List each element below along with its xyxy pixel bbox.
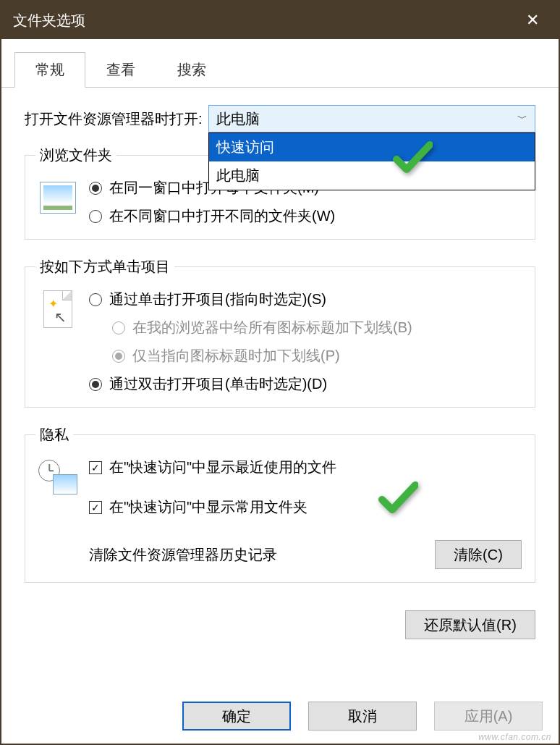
radio-underline-point: 仅当指向图标标题时加下划线(P) (112, 346, 522, 366)
privacy-group: 隐私 在"快速访问"中显示最近使用的文件 在"快速访问"中显示常用文件夹 清 (25, 425, 535, 583)
radio-own-window[interactable]: 在不同窗口中打开不同的文件夹(W) (89, 206, 522, 226)
browse-folders-icon (38, 178, 77, 217)
close-icon[interactable]: ✕ (518, 11, 547, 30)
titlebar: 文件夹选项 ✕ (1, 1, 559, 39)
privacy-legend: 隐私 (35, 425, 73, 445)
radio-own-window-label: 在不同窗口中打开不同的文件夹(W) (109, 206, 335, 226)
dialog-footer: 确定 取消 应用(A) (1, 690, 559, 744)
apply-button: 应用(A) (434, 702, 543, 731)
click-items-legend: 按如下方式单击项目 (35, 257, 174, 277)
open-with-combo[interactable]: 此电脑 ﹀ 快速访问 此电脑 (208, 105, 535, 132)
check-recent-files[interactable]: 在"快速访问"中显示最近使用的文件 (89, 458, 522, 477)
radio-icon (89, 378, 102, 391)
combo-option-quick-access[interactable]: 快速访问 (209, 133, 535, 161)
tab-search[interactable]: 搜索 (156, 52, 227, 88)
click-items-group: 按如下方式单击项目 ✦↖ 通过单击打开项目(指向时选定)(S) 在我的浏览器中给… (25, 257, 535, 408)
checkbox-icon (89, 501, 102, 514)
radio-icon (89, 182, 102, 195)
check-freq-folders[interactable]: 在"快速访问"中显示常用文件夹 (89, 497, 522, 517)
check-freq-folders-label: 在"快速访问"中显示常用文件夹 (109, 497, 307, 517)
combo-dropdown: 快速访问 此电脑 (208, 132, 535, 190)
open-with-row: 打开文件资源管理器时打开: 此电脑 ﹀ 快速访问 此电脑 (25, 105, 535, 132)
tab-view[interactable]: 查看 (85, 52, 156, 88)
window-title: 文件夹选项 (13, 11, 518, 30)
combo-selected[interactable]: 此电脑 ﹀ (208, 105, 535, 132)
folder-options-window: 文件夹选项 ✕ 常规 查看 搜索 打开文件资源管理器时打开: 此电脑 ﹀ 快速访… (0, 0, 560, 745)
clear-button[interactable]: 清除(C) (435, 540, 522, 569)
radio-underline-point-label: 仅当指向图标标题时加下划线(P) (132, 346, 340, 366)
browse-folders-legend: 浏览文件夹 (35, 146, 116, 165)
check-recent-files-label: 在"快速访问"中显示最近使用的文件 (109, 458, 336, 477)
ok-button[interactable]: 确定 (182, 702, 291, 731)
clear-history-label: 清除文件资源管理器历史记录 (89, 545, 277, 565)
cancel-button[interactable]: 取消 (308, 702, 417, 731)
combo-selected-text: 此电脑 (216, 109, 260, 129)
radio-icon (112, 350, 125, 363)
radio-icon (89, 210, 102, 223)
watermark: www.cfan.com.cn (478, 732, 551, 742)
open-with-label: 打开文件资源管理器时打开: (25, 109, 203, 129)
radio-double-click-label: 通过双击打开项目(单击时选定)(D) (109, 374, 327, 394)
radio-single-click[interactable]: 通过单击打开项目(指向时选定)(S) (89, 290, 522, 309)
privacy-icon (38, 458, 77, 497)
tab-strip: 常规 查看 搜索 (1, 39, 559, 88)
radio-icon (112, 321, 125, 334)
radio-icon (89, 293, 102, 306)
tab-content: 打开文件资源管理器时打开: 此电脑 ﹀ 快速访问 此电脑 浏览文件夹 (1, 88, 559, 607)
radio-double-click[interactable]: 通过双击打开项目(单击时选定)(D) (89, 374, 522, 394)
checkbox-icon (89, 461, 102, 474)
radio-underline-all: 在我的浏览器中给所有图标标题加下划线(B) (112, 318, 522, 337)
tab-general[interactable]: 常规 (14, 52, 85, 88)
restore-defaults-button[interactable]: 还原默认值(R) (405, 610, 535, 639)
combo-option-this-pc[interactable]: 此电脑 (209, 161, 535, 190)
chevron-down-icon: ﹀ (517, 112, 527, 125)
radio-underline-all-label: 在我的浏览器中给所有图标标题加下划线(B) (132, 318, 412, 337)
click-items-icon: ✦↖ (38, 290, 77, 329)
radio-single-click-label: 通过单击打开项目(指向时选定)(S) (109, 290, 326, 309)
